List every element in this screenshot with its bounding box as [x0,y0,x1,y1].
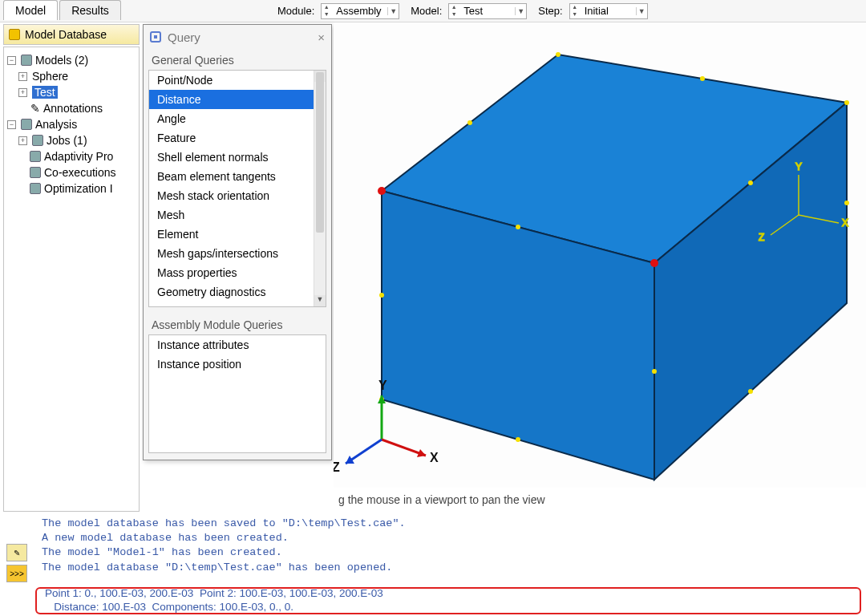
spin-down-icon[interactable]: ▼ [322,11,331,18]
tree-label: Test [32,86,58,99]
tab-results[interactable]: Results [59,0,121,20]
cli-button[interactable]: >>> [6,565,27,582]
tree-label: Optimization I [44,182,113,195]
result-line: Distance: 100.E-03 Components: 100.E-03,… [45,601,852,614]
expand-icon[interactable]: + [18,72,27,81]
tree-node-annotations[interactable]: ✎Annotations [7,100,136,116]
query-item[interactable]: Instance attributes [149,335,326,355]
query-item[interactable]: Shell element normals [149,148,326,167]
query-item[interactable]: Mesh stack orientation [149,186,326,205]
models-icon [21,55,32,66]
message-log-button[interactable]: ✎ [6,544,27,561]
query-icon [150,31,161,43]
svg-point-12 [844,100,849,105]
prompt-hint: g the mouse in a viewport to pan the vie… [334,489,866,510]
model-tree: −Models (2) +Sphere +Test ✎Annotations −… [3,47,140,512]
dialog-title: Query [168,30,200,44]
svg-point-5 [748,180,753,185]
query-item[interactable]: Beam element tangents [149,167,326,186]
step-label: Step: [538,5,562,17]
step-combo[interactable]: ▲▼ Initial ▼ [569,3,648,19]
tab-model[interactable]: Model [3,0,58,20]
module-queries-label: Assembly Module Queries [144,314,331,334]
query-item[interactable]: Point/Node [149,71,326,90]
collapse-icon[interactable]: − [7,120,16,129]
svg-point-16 [650,259,658,267]
triad-y-label: Y [378,379,387,392]
general-queries-label: General Queries [144,49,331,70]
expand-icon[interactable]: + [18,88,27,97]
query-item[interactable]: Mesh gaps/intersections [149,244,326,263]
svg-point-9 [844,201,849,205]
tree-node-sphere[interactable]: +Sphere [7,68,136,84]
query-item[interactable]: Distance [149,90,326,109]
model-value: Test [459,5,515,17]
module-queries-list[interactable]: Instance attributes Instance position [148,334,326,453]
chevron-down-icon[interactable]: ▼ [387,7,399,15]
chevron-down-icon[interactable]: ▼ [636,7,647,15]
tree-node-jobs[interactable]: +Jobs (1) [7,132,136,148]
optimization-icon [30,183,41,194]
axis-x-label: X [842,217,848,229]
tree-node-analysis[interactable]: −Analysis [7,116,136,132]
axis-z-label: Z [759,232,764,243]
svg-point-3 [467,120,472,125]
module-combo[interactable]: ▲▼ Assembly ▼ [321,3,399,19]
spin-down-icon[interactable]: ▼ [449,11,459,18]
module-label: Module: [277,5,314,17]
module-value: Assembly [331,5,387,17]
svg-point-6 [516,225,520,229]
viewport-3d[interactable]: Y X Z Y X Z [334,22,866,488]
triad-x-label: X [430,451,439,464]
spin-up-icon[interactable]: ▲ [570,4,580,11]
model-label: Model: [411,5,442,17]
svg-point-15 [378,187,386,195]
tree-node-adaptivity[interactable]: Adaptivity Pro [7,148,136,164]
tree-label: Co-executions [44,166,116,179]
spin-up-icon[interactable]: ▲ [322,4,331,11]
tree-node-optimization[interactable]: Optimization I [7,180,136,197]
query-dialog: Query × General Queries Point/Node Dista… [143,24,332,460]
scrollbar-thumb[interactable] [316,72,324,233]
expand-icon[interactable]: + [18,136,27,145]
spin-down-icon[interactable]: ▼ [570,11,580,18]
tree-label: Jobs (1) [47,134,87,147]
model-combo[interactable]: ▲▼ Test ▼ [448,3,527,19]
tree-node-coexecutions[interactable]: Co-executions [7,164,136,180]
dialog-titlebar[interactable]: Query × [144,25,331,49]
tree-label: Sphere [32,70,68,83]
tree-node-models[interactable]: −Models (2) [7,52,136,68]
collapse-icon[interactable]: − [7,56,16,65]
query-item[interactable]: Instance position [149,355,326,374]
tree-node-test[interactable]: +Test [7,84,136,100]
general-queries-list[interactable]: Point/Node Distance Angle Feature Shell … [148,70,326,307]
analysis-icon [21,119,32,130]
tree-label: Models (2) [35,54,88,67]
svg-point-8 [652,369,657,374]
query-item[interactable]: Feature [149,128,326,148]
database-icon [9,29,20,40]
tree-label: Annotations [43,102,103,115]
hint-text: g the mouse in a viewport to pan the vie… [338,493,545,506]
log-toolbar: ✎ >>> [6,544,30,586]
svg-point-4 [700,76,705,81]
query-item[interactable]: Element [149,225,326,244]
tree-label: Adaptivity Pro [44,150,113,163]
message-log[interactable]: The model database has been saved to "D:… [35,513,861,586]
svg-point-11 [748,389,753,394]
svg-point-7 [379,293,384,298]
context-bar: Module: ▲▼ Assembly ▼ Model: ▲▼ Test ▼ S… [0,0,866,22]
result-line: Point 1: 0., 100.E-03, 200.E-03 Point 2:… [45,587,852,601]
panel-header: Model Database [3,24,140,45]
query-item[interactable]: Geometry diagnostics [149,282,326,302]
query-item[interactable]: Mesh [149,205,326,225]
query-item[interactable]: Mass properties [149,263,326,282]
coexec-icon [30,167,41,178]
chevron-down-icon[interactable]: ▼ [515,7,526,15]
jobs-icon [32,135,43,146]
scroll-down-icon[interactable]: ▼ [314,295,326,306]
scrollbar[interactable]: ▲ ▼ [314,71,326,306]
spin-up-icon[interactable]: ▲ [449,4,459,11]
close-icon[interactable]: × [318,30,325,44]
query-item[interactable]: Angle [149,109,326,128]
